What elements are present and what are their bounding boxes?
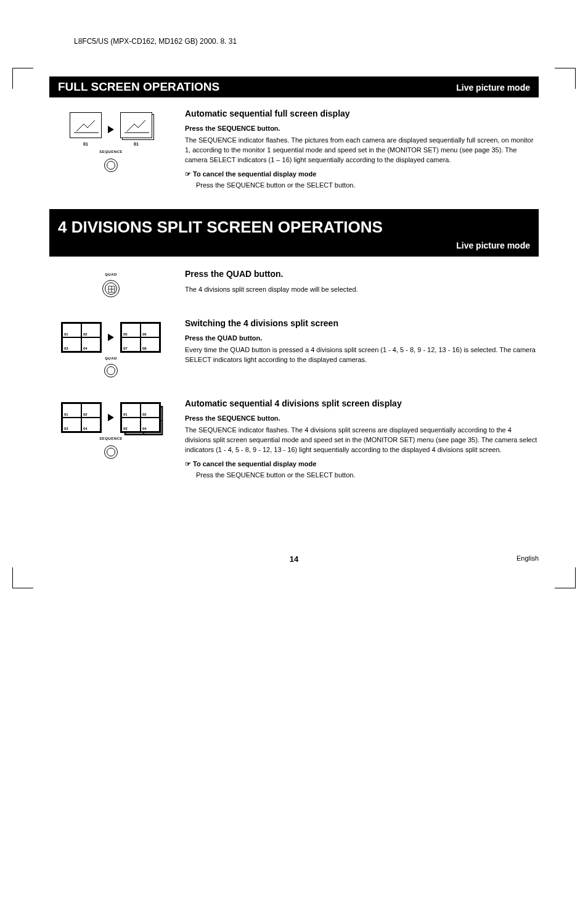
cell-num: 03	[64, 347, 68, 350]
body-text: The 4 divisions split screen display mod…	[185, 285, 539, 295]
page-number: 14	[290, 554, 298, 564]
cancel-heading: To cancel the sequential display mode	[185, 460, 539, 468]
section-auto-full: 01 01 SEQUENCE Automatic sequential full…	[49, 109, 539, 191]
monitor-caption: 01	[120, 142, 152, 146]
cancel-heading-text: To cancel the sequential display mode	[193, 460, 316, 467]
cell-num: 07	[123, 347, 128, 350]
bar-subtitle: Live picture mode	[456, 83, 530, 93]
illustration-quad-button: QUAD	[49, 269, 173, 300]
section-heading: Press the QUAD button.	[185, 269, 539, 279]
crop-mark-bl	[12, 567, 33, 588]
language-label: English	[517, 554, 539, 562]
arrow-right-icon	[108, 126, 114, 133]
cell-num: 05	[123, 332, 128, 336]
illustration-auto-4div: 01 02 03 04 05 06 07 08 01 02	[49, 398, 173, 480]
body-text: The SEQUENCE indicator flashes. The 4 di…	[185, 426, 539, 455]
document-code: L8FC5/US (MPX-CD162, MD162 GB) 2000. 8. …	[74, 37, 539, 46]
arrow-right-icon	[108, 414, 114, 421]
bar-title: FULL SCREEN OPERATIONS	[58, 80, 219, 94]
section-switch-4div: 01 02 03 04 05 06 07 08 QUAD Switching t…	[49, 318, 539, 380]
quad-button-label: QUAD	[49, 356, 173, 360]
quad-grid-front-icon: 01 02 03 04	[120, 402, 161, 433]
quad-button-icon	[104, 364, 118, 377]
sequence-button-label: SEQUENCE	[49, 150, 173, 154]
cell-num: 01	[64, 332, 68, 336]
quad-grid-icon: 05 06 07 08	[120, 322, 161, 353]
cell-num: 02	[83, 332, 88, 336]
cell-num: 04	[142, 427, 147, 430]
monitor-icon	[120, 112, 152, 138]
cell-num: 08	[142, 347, 147, 350]
svg-rect-2	[108, 286, 115, 292]
quad-button-label: QUAD	[49, 273, 173, 276]
page: L8FC5/US (MPX-CD162, MD162 GB) 2000. 8. …	[0, 0, 588, 613]
sequence-button-icon	[104, 159, 118, 172]
big-title: 4 DIVISIONS SPLIT SCREEN OPERATIONS	[58, 218, 530, 237]
sequence-button-label: SEQUENCE	[49, 437, 173, 440]
cancel-body: Press the SEQUENCE button or the SELECT …	[196, 471, 539, 480]
cell-num: 04	[83, 427, 88, 430]
instruction-heading: Press the SEQUENCE button.	[185, 125, 539, 132]
quad-grid-icon: 01 02 03 04	[61, 402, 102, 433]
section-heading: Automatic sequential full screen display	[185, 109, 539, 118]
monitor-icon	[70, 112, 102, 138]
crop-mark-tr	[555, 68, 576, 89]
cell-num: 03	[123, 427, 128, 430]
section-press-quad: QUAD Press the QUAD button. The 4 divisi…	[49, 269, 539, 300]
section-heading: Automatic sequential 4 divisions split s…	[185, 398, 539, 408]
section-heading: Switching the 4 divisions split screen	[185, 318, 539, 328]
cancel-heading: To cancel the sequential display mode	[185, 170, 539, 178]
monitor-caption: 01	[70, 142, 102, 146]
cell-num: 01	[64, 413, 68, 416]
body-text: The SEQUENCE indicator flashes. The pict…	[185, 136, 539, 165]
big-subtitle: Live picture mode	[58, 241, 530, 250]
cell-num: 02	[142, 413, 147, 416]
section-auto-4div: 01 02 03 04 05 06 07 08 01 02	[49, 398, 539, 480]
quad-button-icon	[102, 280, 120, 297]
cell-num: 02	[83, 413, 88, 416]
quad-grid-icon: 01 02 03 04	[61, 322, 102, 353]
crop-mark-tl	[12, 68, 33, 89]
sequence-button-icon	[104, 445, 118, 459]
body-text: Every time the QUAD button is pressed a …	[185, 345, 539, 365]
section-header-full-screen: FULL SCREEN OPERATIONS Live picture mode	[49, 76, 539, 97]
arrow-right-icon	[108, 334, 114, 341]
instruction-heading: Press the QUAD button.	[185, 334, 539, 342]
cell-num: 04	[83, 347, 88, 350]
cancel-heading-text: To cancel the sequential display mode	[193, 170, 316, 178]
cell-num: 03	[64, 427, 68, 430]
cell-num: 01	[123, 413, 128, 416]
illustration-switch-4div: 01 02 03 04 05 06 07 08 QUAD	[49, 318, 173, 380]
illustration-auto-full: 01 01 SEQUENCE	[49, 109, 173, 191]
page-footer: 14 English	[49, 554, 539, 564]
crop-mark-br	[555, 567, 576, 588]
instruction-heading: Press the SEQUENCE button.	[185, 414, 539, 422]
section-header-4-divisions: 4 DIVISIONS SPLIT SCREEN OPERATIONS Live…	[49, 209, 539, 257]
cancel-body: Press the SEQUENCE button or the SELECT …	[196, 181, 539, 191]
cell-num: 06	[142, 332, 147, 336]
